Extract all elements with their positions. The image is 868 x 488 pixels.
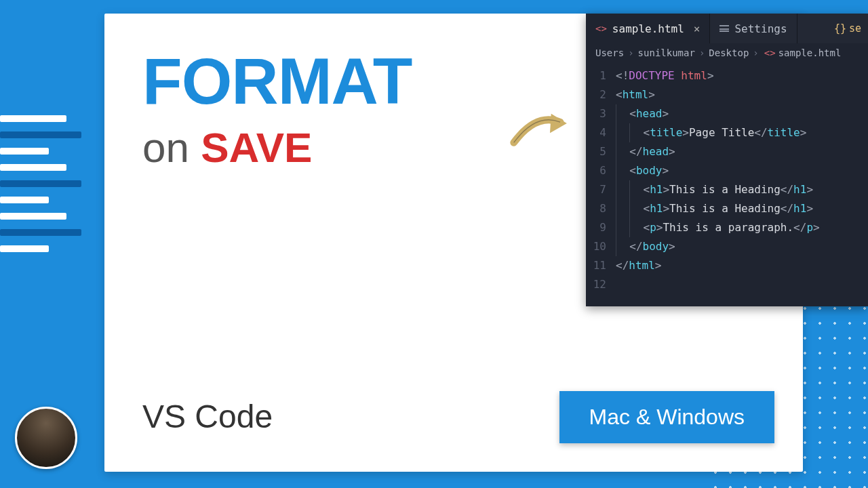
breadcrumb-segment[interactable]: sunilkumar <box>638 47 695 58</box>
tab-overflow: {} se <box>834 14 868 43</box>
line-number-gutter: 123456789101112 <box>586 66 616 294</box>
code-area[interactable]: 123456789101112 <!DOCTYPE html><html> <h… <box>586 62 868 306</box>
settings-icon <box>719 25 729 32</box>
arrow-icon <box>509 102 570 156</box>
code-editor: <> sample.html × Settings {} se Users›su… <box>586 14 868 306</box>
tab-sample-html[interactable]: <> sample.html × <box>586 14 710 43</box>
breadcrumb-segment[interactable]: Desktop <box>709 47 749 58</box>
tab-label: Settings <box>734 22 787 35</box>
code-content[interactable]: <!DOCTYPE html><html> <head> <title>Page… <box>616 66 868 294</box>
breadcrumb[interactable]: Users›sunilkumar›Desktop›<>sample.html <box>586 43 868 62</box>
decorative-bars <box>0 115 95 262</box>
breadcrumb-segment[interactable]: sample.html <box>778 47 842 58</box>
json-file-icon: {} <box>834 22 846 35</box>
close-icon[interactable]: × <box>694 22 701 35</box>
overflow-label: se <box>849 22 861 35</box>
tab-label: sample.html <box>612 22 684 35</box>
headline-word-save: SAVE <box>201 124 312 171</box>
tab-settings[interactable]: Settings <box>710 14 797 43</box>
avatar <box>15 407 77 469</box>
html-file-icon: <> <box>764 47 776 58</box>
product-label: VS Code <box>142 398 273 435</box>
headline-word-on: on <box>142 124 189 171</box>
tab-bar: <> sample.html × Settings {} se <box>586 14 868 43</box>
platform-badge: Mac & Windows <box>559 391 774 443</box>
breadcrumb-segment[interactable]: Users <box>595 47 624 58</box>
html-file-icon: <> <box>595 23 607 34</box>
